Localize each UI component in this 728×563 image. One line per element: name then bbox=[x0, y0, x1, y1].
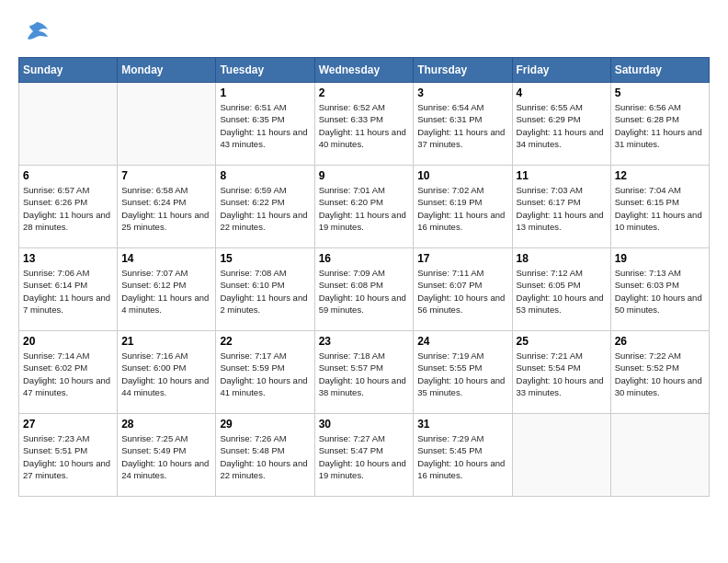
day-number: 5 bbox=[615, 86, 705, 99]
day-info: Sunrise: 7:19 AM Sunset: 5:55 PM Dayligh… bbox=[417, 350, 507, 398]
calendar-cell-18: 18Sunrise: 7:12 AM Sunset: 6:05 PM Dayli… bbox=[512, 248, 610, 331]
day-number: 30 bbox=[319, 418, 410, 431]
calendar-header-sunday: Sunday bbox=[19, 58, 118, 83]
day-info: Sunrise: 7:27 AM Sunset: 5:47 PM Dayligh… bbox=[319, 432, 410, 481]
calendar-cell-27: 27Sunrise: 7:23 AM Sunset: 5:51 PM Dayli… bbox=[19, 414, 118, 497]
calendar-cell-26: 26Sunrise: 7:22 AM Sunset: 5:52 PM Dayli… bbox=[610, 331, 709, 414]
day-info: Sunrise: 7:01 AM Sunset: 6:20 PM Dayligh… bbox=[319, 184, 410, 233]
day-number: 1 bbox=[220, 86, 310, 99]
calendar-cell-empty bbox=[610, 414, 709, 497]
calendar-header-thursday: Thursday bbox=[414, 58, 512, 83]
day-number: 2 bbox=[319, 86, 410, 99]
calendar-cell-empty bbox=[512, 414, 610, 497]
day-info: Sunrise: 6:58 AM Sunset: 6:24 PM Dayligh… bbox=[121, 184, 211, 233]
day-info: Sunrise: 7:22 AM Sunset: 5:52 PM Dayligh… bbox=[615, 350, 705, 398]
calendar-cell-10: 10Sunrise: 7:02 AM Sunset: 6:19 PM Dayli… bbox=[414, 166, 512, 248]
calendar-cell-6: 6Sunrise: 6:57 AM Sunset: 6:26 PM Daylig… bbox=[19, 166, 118, 248]
day-number: 12 bbox=[615, 169, 705, 182]
calendar-cell-14: 14Sunrise: 7:07 AM Sunset: 6:12 PM Dayli… bbox=[118, 248, 216, 331]
calendar-cell-empty bbox=[118, 83, 216, 166]
day-number: 22 bbox=[220, 335, 310, 348]
calendar-cell-23: 23Sunrise: 7:18 AM Sunset: 5:57 PM Dayli… bbox=[314, 331, 414, 414]
calendar-cell-22: 22Sunrise: 7:17 AM Sunset: 5:59 PM Dayli… bbox=[216, 331, 314, 414]
calendar-cell-9: 9Sunrise: 7:01 AM Sunset: 6:20 PM Daylig… bbox=[314, 166, 414, 248]
calendar-cell-31: 31Sunrise: 7:29 AM Sunset: 5:45 PM Dayli… bbox=[414, 414, 512, 497]
calendar-cell-11: 11Sunrise: 7:03 AM Sunset: 6:17 PM Dayli… bbox=[512, 166, 610, 248]
calendar-cell-13: 13Sunrise: 7:06 AM Sunset: 6:14 PM Dayli… bbox=[19, 248, 118, 331]
day-info: Sunrise: 7:23 AM Sunset: 5:51 PM Dayligh… bbox=[23, 432, 113, 481]
day-number: 25 bbox=[517, 335, 607, 348]
calendar-week-row-1: 1Sunrise: 6:51 AM Sunset: 6:35 PM Daylig… bbox=[19, 83, 710, 166]
day-info: Sunrise: 7:02 AM Sunset: 6:19 PM Dayligh… bbox=[417, 184, 507, 233]
day-number: 26 bbox=[615, 335, 705, 348]
calendar-cell-8: 8Sunrise: 6:59 AM Sunset: 6:22 PM Daylig… bbox=[216, 166, 314, 248]
day-info: Sunrise: 7:11 AM Sunset: 6:07 PM Dayligh… bbox=[417, 267, 507, 316]
day-number: 7 bbox=[121, 169, 211, 182]
day-number: 24 bbox=[417, 335, 507, 348]
day-info: Sunrise: 7:03 AM Sunset: 6:17 PM Dayligh… bbox=[517, 184, 607, 233]
day-number: 18 bbox=[517, 252, 607, 265]
day-info: Sunrise: 7:12 AM Sunset: 6:05 PM Dayligh… bbox=[517, 267, 607, 316]
day-info: Sunrise: 7:08 AM Sunset: 6:10 PM Dayligh… bbox=[220, 267, 310, 316]
day-info: Sunrise: 6:55 AM Sunset: 6:29 PM Dayligh… bbox=[517, 101, 607, 150]
calendar-cell-3: 3Sunrise: 6:54 AM Sunset: 6:31 PM Daylig… bbox=[414, 83, 512, 166]
calendar-cell-2: 2Sunrise: 6:52 AM Sunset: 6:33 PM Daylig… bbox=[314, 83, 414, 166]
day-info: Sunrise: 6:54 AM Sunset: 6:31 PM Dayligh… bbox=[417, 101, 507, 150]
day-info: Sunrise: 6:57 AM Sunset: 6:26 PM Dayligh… bbox=[23, 184, 113, 233]
calendar-cell-1: 1Sunrise: 6:51 AM Sunset: 6:35 PM Daylig… bbox=[216, 83, 314, 166]
day-number: 11 bbox=[517, 169, 607, 182]
day-number: 10 bbox=[417, 169, 507, 182]
day-info: Sunrise: 7:07 AM Sunset: 6:12 PM Dayligh… bbox=[121, 267, 211, 316]
day-number: 21 bbox=[121, 335, 211, 348]
day-number: 28 bbox=[121, 418, 211, 431]
calendar-week-row-2: 6Sunrise: 6:57 AM Sunset: 6:26 PM Daylig… bbox=[19, 166, 710, 248]
day-info: Sunrise: 7:06 AM Sunset: 6:14 PM Dayligh… bbox=[23, 267, 113, 316]
calendar-header-wednesday: Wednesday bbox=[314, 58, 414, 83]
day-info: Sunrise: 7:26 AM Sunset: 5:48 PM Dayligh… bbox=[220, 432, 310, 481]
day-info: Sunrise: 7:09 AM Sunset: 6:08 PM Dayligh… bbox=[319, 267, 410, 316]
calendar-header-tuesday: Tuesday bbox=[216, 58, 314, 83]
calendar-header-saturday: Saturday bbox=[610, 58, 709, 83]
day-info: Sunrise: 6:56 AM Sunset: 6:28 PM Dayligh… bbox=[615, 101, 705, 150]
calendar-table: SundayMondayTuesdayWednesdayThursdayFrid… bbox=[18, 57, 710, 497]
day-info: Sunrise: 7:29 AM Sunset: 5:45 PM Dayligh… bbox=[417, 432, 507, 481]
day-number: 23 bbox=[319, 335, 410, 348]
calendar-week-row-4: 20Sunrise: 7:14 AM Sunset: 6:02 PM Dayli… bbox=[19, 331, 710, 414]
logo bbox=[18, 18, 50, 48]
calendar-cell-28: 28Sunrise: 7:25 AM Sunset: 5:49 PM Dayli… bbox=[118, 414, 216, 497]
day-number: 29 bbox=[220, 418, 310, 431]
day-number: 4 bbox=[517, 86, 607, 99]
day-number: 16 bbox=[319, 252, 410, 265]
day-number: 17 bbox=[417, 252, 507, 265]
calendar-cell-19: 19Sunrise: 7:13 AM Sunset: 6:03 PM Dayli… bbox=[610, 248, 709, 331]
logo-bird-icon bbox=[24, 18, 50, 44]
calendar-cell-12: 12Sunrise: 7:04 AM Sunset: 6:15 PM Dayli… bbox=[610, 166, 709, 248]
day-info: Sunrise: 7:04 AM Sunset: 6:15 PM Dayligh… bbox=[615, 184, 705, 233]
calendar-cell-30: 30Sunrise: 7:27 AM Sunset: 5:47 PM Dayli… bbox=[314, 414, 414, 497]
day-info: Sunrise: 7:21 AM Sunset: 5:54 PM Dayligh… bbox=[517, 350, 607, 398]
day-number: 6 bbox=[23, 169, 113, 182]
day-number: 3 bbox=[417, 86, 507, 99]
day-info: Sunrise: 7:14 AM Sunset: 6:02 PM Dayligh… bbox=[23, 350, 113, 398]
day-number: 14 bbox=[121, 252, 211, 265]
day-info: Sunrise: 6:51 AM Sunset: 6:35 PM Dayligh… bbox=[220, 101, 310, 150]
day-info: Sunrise: 6:59 AM Sunset: 6:22 PM Dayligh… bbox=[220, 184, 310, 233]
calendar-header-monday: Monday bbox=[118, 58, 216, 83]
day-number: 31 bbox=[417, 418, 507, 431]
calendar-cell-24: 24Sunrise: 7:19 AM Sunset: 5:55 PM Dayli… bbox=[414, 331, 512, 414]
calendar-header-friday: Friday bbox=[512, 58, 610, 83]
calendar-cell-15: 15Sunrise: 7:08 AM Sunset: 6:10 PM Dayli… bbox=[216, 248, 314, 331]
calendar-header-row: SundayMondayTuesdayWednesdayThursdayFrid… bbox=[19, 58, 710, 83]
calendar-cell-25: 25Sunrise: 7:21 AM Sunset: 5:54 PM Dayli… bbox=[512, 331, 610, 414]
calendar-cell-5: 5Sunrise: 6:56 AM Sunset: 6:28 PM Daylig… bbox=[610, 83, 709, 166]
calendar-week-row-5: 27Sunrise: 7:23 AM Sunset: 5:51 PM Dayli… bbox=[19, 414, 710, 497]
calendar-cell-empty bbox=[19, 83, 118, 166]
day-info: Sunrise: 7:16 AM Sunset: 6:00 PM Dayligh… bbox=[121, 350, 211, 398]
day-info: Sunrise: 7:17 AM Sunset: 5:59 PM Dayligh… bbox=[220, 350, 310, 398]
day-number: 27 bbox=[23, 418, 113, 431]
calendar-cell-7: 7Sunrise: 6:58 AM Sunset: 6:24 PM Daylig… bbox=[118, 166, 216, 248]
calendar-cell-20: 20Sunrise: 7:14 AM Sunset: 6:02 PM Dayli… bbox=[19, 331, 118, 414]
day-info: Sunrise: 7:25 AM Sunset: 5:49 PM Dayligh… bbox=[121, 432, 211, 481]
day-number: 19 bbox=[615, 252, 705, 265]
day-number: 20 bbox=[23, 335, 113, 348]
